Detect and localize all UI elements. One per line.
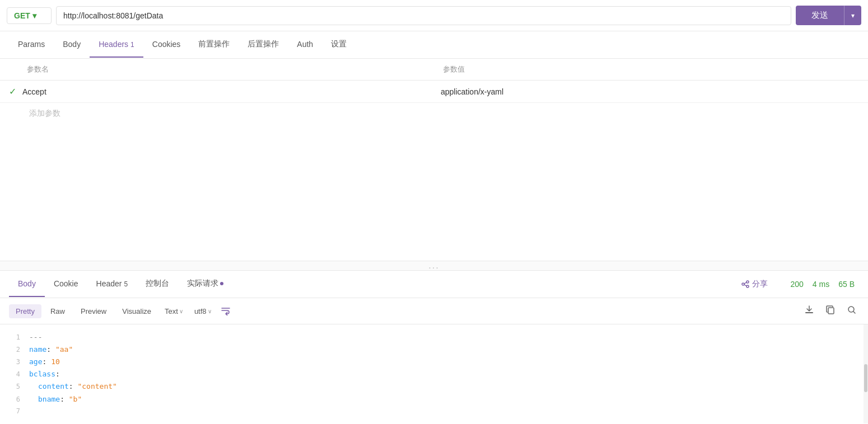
header-name-cell[interactable]: Accept xyxy=(22,87,441,96)
method-chevron-icon: ▾ xyxy=(32,11,36,20)
search-icon[interactable] xyxy=(844,303,859,319)
send-button[interactable]: 发送 xyxy=(796,6,844,25)
tab-params[interactable]: Params xyxy=(9,32,54,58)
header-value-cell[interactable]: application/x-yaml xyxy=(441,87,859,96)
status-code: 200 xyxy=(790,280,803,289)
request-panel: Params Body Headers1 Cookies 前置操作 后置操作 A… xyxy=(0,31,868,261)
method-label: GET xyxy=(14,11,30,20)
fmt-tab-pretty[interactable]: Pretty xyxy=(9,304,41,318)
code-line-4: 4 bclass: xyxy=(9,368,859,380)
svg-point-2 xyxy=(742,283,744,285)
scrollbar-thumb[interactable] xyxy=(864,364,867,392)
status-time: 4 ms xyxy=(813,280,829,289)
share-button[interactable]: 分享 xyxy=(741,279,768,289)
tab-preop[interactable]: 前置操作 xyxy=(189,31,239,58)
send-dropdown-button[interactable]: ▾ xyxy=(844,6,861,25)
code-line-1: 1 --- xyxy=(9,331,859,343)
col-name-header: 参数名 xyxy=(9,64,443,74)
svg-point-1 xyxy=(746,285,749,288)
response-tab-body[interactable]: Body xyxy=(9,271,45,297)
fmt-tab-visualize[interactable]: Visualize xyxy=(115,304,158,318)
tab-postop[interactable]: 后置操作 xyxy=(239,31,288,58)
status-info: 200 4 ms 65 B xyxy=(777,280,868,289)
table-row: ✓ Accept application/x-yaml xyxy=(0,81,868,103)
code-line-5: 5 content: "content" xyxy=(9,380,859,393)
send-button-group: 发送 ▾ xyxy=(796,6,861,25)
response-tab-header[interactable]: Header5 xyxy=(87,271,137,297)
tab-settings[interactable]: 设置 xyxy=(322,31,356,58)
body-format-bar: Pretty Raw Preview Visualize Text ∨ utf8… xyxy=(0,298,868,324)
svg-line-4 xyxy=(744,285,746,286)
tab-headers[interactable]: Headers1 xyxy=(90,32,143,58)
encoding-chevron-icon: ∨ xyxy=(208,308,212,314)
request-tabs-bar: Params Body Headers1 Cookies 前置操作 后置操作 A… xyxy=(0,31,868,59)
svg-rect-5 xyxy=(805,312,813,313)
code-line-6: 6 bname: "b" xyxy=(9,393,859,406)
svg-rect-6 xyxy=(828,308,834,314)
copy-icon[interactable] xyxy=(823,303,838,319)
code-line-7: 7 xyxy=(9,406,859,417)
drag-divider[interactable]: ... xyxy=(0,261,868,271)
row-enabled-icon[interactable]: ✓ xyxy=(9,86,22,97)
status-size: 65 B xyxy=(838,280,855,289)
main-layout: Params Body Headers1 Cookies 前置操作 后置操作 A… xyxy=(0,31,868,423)
body-type-dropdown[interactable]: Text ∨ xyxy=(160,304,188,318)
fmt-tab-raw[interactable]: Raw xyxy=(44,304,72,318)
code-line-3: 3 age: 10 xyxy=(9,356,859,368)
tab-cookies[interactable]: Cookies xyxy=(143,32,190,58)
code-line-2: 2 name: "aa" xyxy=(9,343,859,356)
wrap-icon[interactable] xyxy=(221,305,231,317)
response-tab-console[interactable]: 控制台 xyxy=(137,271,178,298)
actual-request-dot xyxy=(220,282,223,285)
body-type-chevron-icon: ∨ xyxy=(179,308,183,314)
svg-line-3 xyxy=(744,282,746,284)
response-code-view: 1 --- 2 name: "aa" 3 age: 10 4 bclass: 5… xyxy=(0,324,868,423)
download-icon[interactable] xyxy=(802,303,816,319)
headers-section: 参数名 参数值 ✓ Accept application/x-yaml 添加参数 xyxy=(0,59,868,261)
scrollbar-track[interactable] xyxy=(864,324,868,423)
url-bar: GET ▾ 发送 ▾ xyxy=(0,0,868,31)
fmt-action-icons xyxy=(802,303,859,319)
url-input[interactable] xyxy=(56,6,791,25)
col-value-header: 参数值 xyxy=(443,64,859,74)
response-tab-actual[interactable]: 实际请求 xyxy=(178,271,232,298)
fmt-tab-preview[interactable]: Preview xyxy=(74,304,113,318)
response-panel: Body Cookie Header5 控制台 实际请求 xyxy=(0,271,868,423)
method-selector[interactable]: GET ▾ xyxy=(7,7,52,24)
svg-point-0 xyxy=(746,281,749,283)
response-tabs-bar: Body Cookie Header5 控制台 实际请求 xyxy=(0,271,777,298)
response-tab-cookie[interactable]: Cookie xyxy=(45,271,87,297)
share-icon xyxy=(741,280,750,289)
table-header: 参数名 参数值 xyxy=(0,59,868,81)
add-param-row[interactable]: 添加参数 xyxy=(0,103,868,124)
response-header-row: Body Cookie Header5 控制台 实际请求 xyxy=(0,271,868,298)
encoding-dropdown[interactable]: utf8 ∨ xyxy=(190,304,216,318)
tab-body[interactable]: Body xyxy=(54,32,90,58)
tab-auth[interactable]: Auth xyxy=(288,32,322,58)
